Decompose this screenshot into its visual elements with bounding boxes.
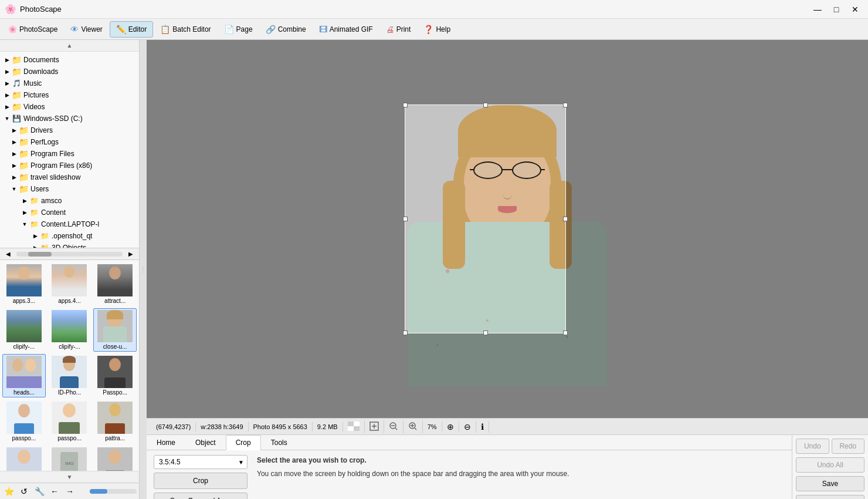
save-cropped-area-button[interactable]: Save Cropped Area bbox=[154, 493, 247, 499]
tree-item-content[interactable]: ▶ 📁 Content bbox=[0, 207, 139, 218]
expand-users[interactable]: ▼ bbox=[11, 186, 18, 193]
expand-drivers[interactable]: ▶ bbox=[11, 127, 18, 134]
thumb-passpo2[interactable]: passpo... bbox=[2, 400, 46, 443]
menu-button[interactable]: Menu bbox=[796, 495, 864, 499]
status-zoom-out[interactable]: ⊖ bbox=[459, 421, 476, 433]
redo-button[interactable]: Redo bbox=[832, 439, 865, 454]
tab-home[interactable]: Home bbox=[147, 435, 185, 450]
status-info[interactable]: ℹ bbox=[476, 421, 489, 433]
tree-item-travel-slideshow[interactable]: ▶ 📁 travel slideshow bbox=[0, 171, 139, 183]
thumb-passpo3[interactable]: passpo... bbox=[48, 400, 91, 443]
menu-photoscape[interactable]: 🌸 PhotoScape bbox=[2, 21, 63, 38]
status-icon-zoom-fit[interactable] bbox=[384, 420, 404, 433]
toolbar-star-btn[interactable]: ⭐ bbox=[2, 485, 15, 498]
thumb-pattra[interactable]: pattra... bbox=[93, 400, 137, 443]
thumb-heads[interactable]: heads... bbox=[2, 354, 46, 397]
tree-item-program-files-x86[interactable]: ▶ 📁 Program Files (x86) bbox=[0, 160, 139, 171]
panel-divider[interactable]: ⋮ bbox=[140, 40, 147, 499]
expand-videos[interactable]: ▶ bbox=[4, 103, 11, 110]
handle-tl[interactable] bbox=[403, 103, 408, 107]
status-zoom-in[interactable]: ⊕ bbox=[442, 421, 459, 433]
menu-page[interactable]: 📄 Page bbox=[218, 21, 259, 38]
undo-button[interactable]: Undo bbox=[796, 439, 829, 454]
maximize-button[interactable]: □ bbox=[828, 2, 845, 16]
handle-mr[interactable] bbox=[563, 217, 568, 221]
toolbar-back-btn[interactable]: ← bbox=[48, 485, 61, 498]
thumb-apps4[interactable]: apps.4... bbox=[48, 262, 91, 306]
thumb-scrollbar[interactable] bbox=[90, 489, 137, 494]
expand-openshot[interactable]: ▶ bbox=[32, 232, 39, 240]
tree-item-program-files[interactable]: ▶ 📁 Program Files bbox=[0, 148, 139, 160]
image-canvas[interactable] bbox=[147, 40, 868, 418]
tree-item-perflogs[interactable]: ▶ 📁 PerfLogs bbox=[0, 136, 139, 148]
tree-item-downloads[interactable]: ▶ 📁 Downloads bbox=[0, 66, 139, 77]
toolbar-refresh-btn[interactable]: ↺ bbox=[18, 485, 30, 498]
tab-crop[interactable]: Crop bbox=[226, 435, 261, 450]
toolbar-settings-btn[interactable]: 🔧 bbox=[33, 485, 46, 498]
tree-scroll-up[interactable]: ▲ bbox=[0, 40, 139, 52]
status-icon-resize[interactable] bbox=[365, 420, 384, 433]
tree-item-3d-objects[interactable]: ▶ 📁 3D Objects... bbox=[0, 242, 139, 248]
thumb-passpo1[interactable]: Passpo... bbox=[93, 354, 137, 397]
expand-program-files[interactable]: ▶ bbox=[11, 150, 18, 157]
thumb-id-pho[interactable]: ID-Pho... bbox=[48, 354, 91, 397]
expand-perflogs[interactable]: ▶ bbox=[11, 139, 18, 146]
tree-item-pictures[interactable]: ▶ 📁 Pictures bbox=[0, 89, 139, 101]
handle-bc[interactable] bbox=[483, 331, 488, 335]
menu-animated-gif[interactable]: 🎞 Animated GIF bbox=[313, 21, 379, 38]
expand-amsco[interactable]: ▶ bbox=[21, 197, 28, 204]
tree-item-amsco[interactable]: ▶ 📁 amsco bbox=[0, 195, 139, 207]
menu-combine[interactable]: 🔗 Combine bbox=[260, 21, 312, 38]
menu-viewer[interactable]: 👁 Viewer bbox=[65, 21, 108, 38]
crop-selection[interactable] bbox=[405, 104, 566, 333]
thumb-face1[interactable] bbox=[2, 446, 46, 471]
tree-item-drivers[interactable]: ▶ 📁 Drivers bbox=[0, 124, 139, 136]
menu-editor[interactable]: ✏️ Editor bbox=[110, 21, 153, 38]
thumb-close-up[interactable]: close-u... bbox=[93, 308, 137, 352]
menu-print[interactable]: 🖨 Print bbox=[380, 21, 417, 38]
menu-batch-editor[interactable]: 📋 Batch Editor bbox=[154, 21, 216, 38]
thumb-apps3[interactable]: apps.3... bbox=[2, 262, 46, 306]
tree-item-music[interactable]: ▶ 🎵 Music bbox=[0, 77, 139, 89]
close-button[interactable]: ✕ bbox=[847, 2, 863, 16]
thumb-face3[interactable] bbox=[93, 446, 137, 471]
tree-item-windows-ssd[interactable]: ▼ 💾 Windows-SSD (C:) bbox=[0, 113, 139, 124]
handle-tc[interactable] bbox=[483, 103, 488, 107]
thumb-clipify1[interactable]: clipify-... bbox=[2, 308, 46, 352]
status-icon-zoom-actual[interactable] bbox=[404, 420, 423, 433]
toolbar-forward-btn[interactable]: → bbox=[63, 485, 76, 498]
undo-all-button[interactable]: Undo All bbox=[796, 457, 864, 473]
tree-item-content-laptop[interactable]: ▼ 📁 Content.LAPTOP-l bbox=[0, 218, 139, 230]
expand-content-laptop[interactable]: ▼ bbox=[21, 221, 28, 228]
tree-nav-left[interactable]: ◀ bbox=[2, 250, 14, 258]
expand-program-files-x86[interactable]: ▶ bbox=[11, 162, 18, 169]
thumb-scroll-down[interactable]: ▼ bbox=[0, 471, 139, 483]
tree-nav-right[interactable]: ▶ bbox=[125, 250, 137, 258]
tab-tools[interactable]: Tools bbox=[261, 435, 297, 450]
expand-travel[interactable]: ▶ bbox=[11, 174, 18, 181]
expand-downloads[interactable]: ▶ bbox=[4, 68, 11, 75]
tree-item-videos[interactable]: ▶ 📁 Videos bbox=[0, 101, 139, 113]
save-button[interactable]: Save bbox=[796, 476, 864, 491]
tree-item-openshot[interactable]: ▶ 📁 .openshot_qt bbox=[0, 230, 139, 242]
tree-item-users[interactable]: ▼ 📁 Users bbox=[0, 183, 139, 195]
expand-pictures[interactable]: ▶ bbox=[4, 92, 11, 99]
thumb-clipify2[interactable]: clipify-... bbox=[48, 308, 91, 352]
expand-windows-ssd[interactable]: ▼ bbox=[4, 115, 11, 122]
thumb-face2[interactable]: IMG bbox=[48, 446, 91, 471]
expand-documents[interactable]: ▶ bbox=[4, 56, 11, 63]
tree-item-documents[interactable]: ▶ 📁 Documents bbox=[0, 54, 139, 66]
handle-br[interactable] bbox=[563, 331, 568, 335]
thumb-attract[interactable]: attract... bbox=[93, 262, 137, 306]
handle-ml[interactable] bbox=[403, 217, 408, 221]
svg-rect-1 bbox=[354, 422, 360, 426]
minimize-button[interactable]: — bbox=[809, 2, 826, 16]
expand-content[interactable]: ▶ bbox=[21, 209, 28, 216]
tab-object[interactable]: Object bbox=[185, 435, 226, 450]
crop-button[interactable]: Crop bbox=[154, 473, 247, 489]
ratio-select[interactable]: 3.5:4.5 1:1 4:3 3:2 16:9 Free Custom bbox=[154, 455, 247, 469]
handle-bl[interactable] bbox=[403, 331, 408, 335]
menu-help[interactable]: ❓ Help bbox=[418, 21, 456, 38]
handle-tr[interactable] bbox=[563, 103, 568, 107]
expand-music[interactable]: ▶ bbox=[4, 80, 11, 87]
